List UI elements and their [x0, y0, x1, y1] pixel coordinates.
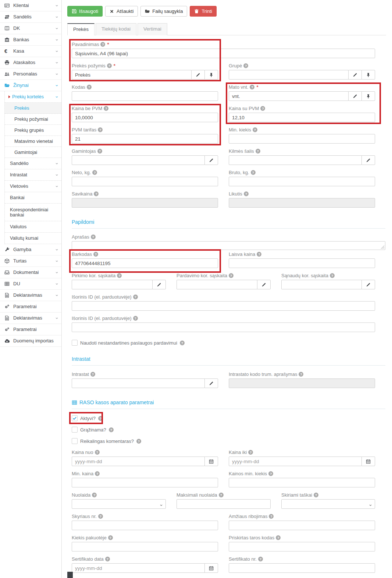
maksimali-nuolaida-input[interactable]: [177, 499, 271, 509]
intrastat-input[interactable]: [72, 378, 205, 388]
sidebar-item-bankai[interactable]: Bankai: [5, 192, 61, 204]
pirkimo-kor-input[interactable]: [72, 280, 153, 289]
edit-button[interactable]: [204, 155, 218, 165]
edit-button[interactable]: [348, 91, 362, 101]
field-label: Skyriaus nr.: [72, 514, 97, 519]
sidebar-item-duomenu-importas[interactable]: Duomenų importas: [0, 335, 61, 347]
sidebar-item-personalas[interactable]: Personalas: [0, 68, 61, 80]
chevron-down-icon: [55, 4, 58, 7]
barkodas-input[interactable]: [72, 258, 218, 268]
field-barkodas: Barkodas?: [72, 251, 218, 273]
bruto-kg-input[interactable]: [229, 177, 375, 186]
nuolaida-select[interactable]: [72, 499, 166, 509]
sidebar-item-deklaravimas-1[interactable]: Deklaravimas: [0, 290, 61, 301]
edit-button[interactable]: [361, 155, 375, 165]
isorinis-id-1-input[interactable]: [72, 301, 375, 311]
prekes-pozymis-input[interactable]: [72, 70, 192, 80]
edit-button[interactable]: [191, 70, 205, 80]
tab-tiekeju-kodai[interactable]: Tiekėjų kodai: [96, 23, 136, 35]
sidebar-item-prekiu-grupes[interactable]: Prekių grupės: [5, 125, 61, 136]
kodas-input[interactable]: [72, 91, 218, 101]
sidebar-item-vietoves[interactable]: Vietovės: [5, 181, 61, 192]
sidebar-item-bankas[interactable]: Bankas: [0, 34, 61, 46]
kaina-be-pvm-input[interactable]: [72, 113, 218, 122]
pin-button[interactable]: [361, 70, 375, 80]
save-button[interactable]: Išsaugoti: [67, 6, 103, 17]
min-kaina-input[interactable]: [72, 478, 218, 487]
pin-icon: [366, 94, 371, 99]
grazinama-checkbox[interactable]: Grąžinama??: [72, 427, 385, 433]
sidebar-item-klientai[interactable]: Klientai: [0, 0, 61, 11]
help-icon: ?: [251, 170, 256, 175]
isorinis-id-2-input[interactable]: [72, 323, 375, 332]
sidebar-item-gamintojai[interactable]: Gamintojai: [5, 147, 61, 158]
sidebar-item-valiutu-kursai[interactable]: Valiutų kursai: [5, 233, 61, 244]
amziaus-ribojimas-input[interactable]: [229, 521, 375, 530]
tab-vertimai[interactable]: Vertimai: [138, 23, 167, 35]
priskirtas-taros-input[interactable]: [229, 542, 375, 551]
edit-button[interactable]: [204, 378, 218, 388]
mato-vnt-input[interactable]: [229, 91, 349, 101]
kilmes-salis-input[interactable]: [229, 155, 362, 165]
sidebar-item-kasa[interactable]: €Kasa: [0, 46, 61, 57]
grupe-input[interactable]: [229, 70, 349, 80]
sidebar-item-matavimo-vienetai[interactable]: Matavimo vienetai: [5, 136, 61, 147]
sidebar-item-prekes[interactable]: Prekės: [5, 103, 61, 114]
kaina-iki-input[interactable]: [229, 457, 362, 466]
sidebar-item-dk[interactable]: DK: [0, 23, 61, 34]
skyriaus-nr-input[interactable]: [72, 521, 218, 530]
sidebar-item-turtas[interactable]: Turtas: [0, 255, 61, 267]
pin-button[interactable]: [204, 70, 218, 80]
aktyvi-checkbox[interactable]: Aktyvi??: [72, 415, 385, 421]
resize-handle-icon[interactable]: [380, 245, 385, 249]
sidebar-item-prekiu-pozymiai[interactable]: Prekių požymiai: [5, 114, 61, 125]
naudoti-checkbox[interactable]: Naudoti nestandartines paslaugos pardavi…: [72, 340, 385, 346]
pin-button[interactable]: [361, 91, 375, 101]
sertifikato-data-input[interactable]: [72, 563, 205, 573]
neto-kg-input[interactable]: [72, 177, 218, 186]
tab-prekes[interactable]: Prekės: [67, 23, 95, 35]
cancel-button[interactable]: Atšaukti: [105, 6, 138, 17]
kiekis-pakuoteje-input[interactable]: [72, 542, 218, 551]
sanaudu-kor-input[interactable]: [281, 280, 362, 289]
kainos-min-kiekis-input[interactable]: [229, 478, 375, 487]
delete-button[interactable]: Trinti: [190, 6, 216, 17]
file-storage-button[interactable]: Failų saugykla: [140, 6, 187, 17]
calendar-button[interactable]: [361, 457, 375, 466]
sidebar-item-korespondentiniai-bankai[interactable]: Korespondentiniai bankai: [5, 204, 61, 221]
help-icon: ?: [269, 514, 274, 519]
reikalingas-komentaras-checkbox[interactable]: Reikalingas komentaras??: [72, 438, 385, 444]
laisva-kaina-input[interactable]: [229, 258, 375, 268]
sidebar-item-du[interactable]: DU: [0, 278, 61, 290]
pencil-icon: [366, 282, 371, 287]
calendar-button[interactable]: [204, 563, 218, 573]
sidebar-item-gamyba[interactable]: Gamyba: [0, 244, 61, 255]
required-mark: *: [114, 63, 115, 68]
kaina-nuo-input[interactable]: [72, 457, 205, 466]
gamintojas-input[interactable]: [72, 155, 205, 165]
edit-button[interactable]: [348, 70, 362, 80]
pvm-tarifas-input[interactable]: [72, 134, 218, 144]
sidebar-item-valiutos[interactable]: Valiutos: [5, 221, 61, 233]
sidebar-item-parametrai-2[interactable]: Parametrai: [0, 324, 61, 335]
sertifikato-nr-input[interactable]: [229, 563, 375, 573]
kaina-su-pvm-input[interactable]: [229, 113, 375, 122]
sidebar-item-intrastat[interactable]: Intrastat: [5, 169, 61, 181]
sidebar-item-parametrai-1[interactable]: Parametrai: [0, 301, 61, 313]
sidebar-item-dokumentai[interactable]: Dokumentai: [0, 267, 61, 278]
sidebar-item-zinynai[interactable]: Žinynai: [0, 80, 61, 91]
sidebar-item-sandelis[interactable]: Sandėlis: [0, 11, 61, 23]
sidebar-item-prekiu-korteles[interactable]: Prekių kortelės: [5, 91, 61, 103]
sidebar-item-ataskaitos[interactable]: Ataskaitos: [0, 57, 61, 68]
min-kiekis-input[interactable]: [229, 134, 375, 144]
edit-button[interactable]: [361, 280, 375, 289]
aprasas-textarea[interactable]: [72, 241, 385, 250]
pardavimo-kor-input[interactable]: [177, 280, 257, 289]
calendar-button[interactable]: [204, 457, 218, 466]
skiriami-taskai-select[interactable]: [281, 499, 375, 509]
pavadinimas-input[interactable]: [72, 49, 375, 58]
sidebar-item-sandelio[interactable]: Sandėlio: [5, 158, 61, 169]
sidebar-item-deklaravimas-2[interactable]: Deklaravimas: [0, 313, 61, 324]
edit-button[interactable]: [257, 280, 271, 289]
edit-button[interactable]: [152, 280, 166, 289]
